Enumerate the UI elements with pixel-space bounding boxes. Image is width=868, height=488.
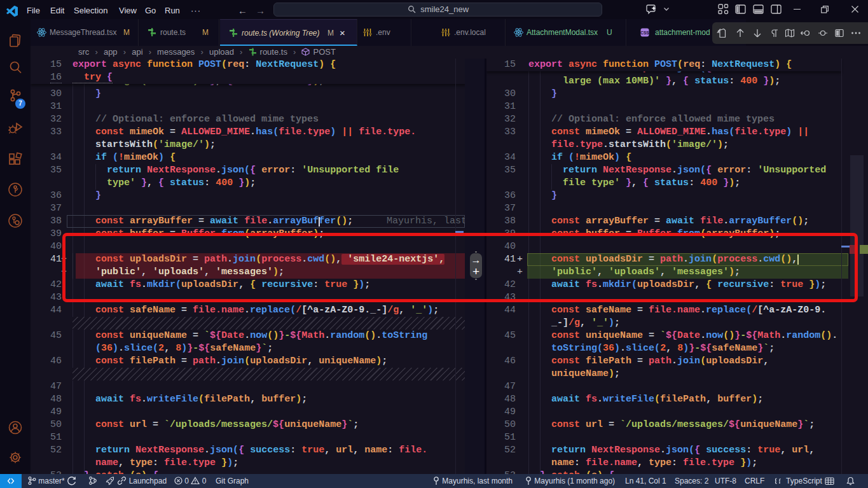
- svg-text:CSS: CSS: [640, 31, 649, 35]
